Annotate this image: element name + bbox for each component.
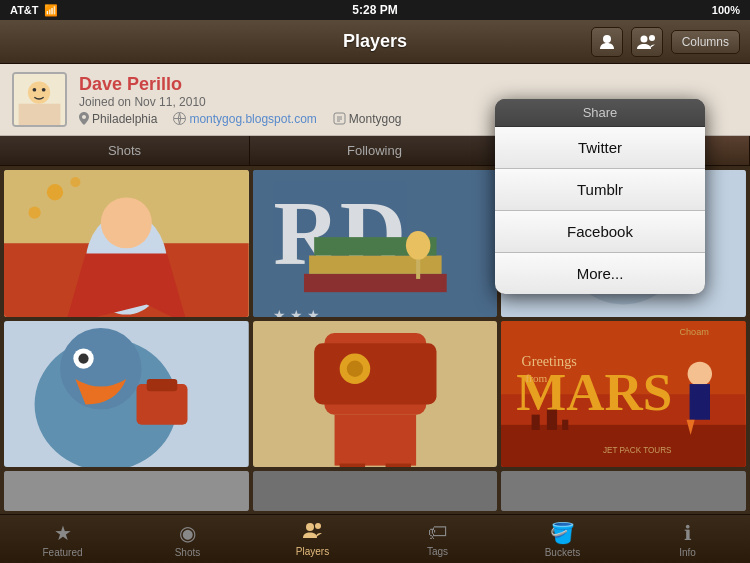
share-header: Share bbox=[495, 99, 705, 127]
share-twitter[interactable]: Twitter bbox=[495, 127, 705, 169]
share-popup: Share Twitter Tumblr Facebook More... bbox=[495, 99, 705, 294]
share-more[interactable]: More... bbox=[495, 253, 705, 294]
share-tumblr[interactable]: Tumblr bbox=[495, 169, 705, 211]
share-facebook[interactable]: Facebook bbox=[495, 211, 705, 253]
